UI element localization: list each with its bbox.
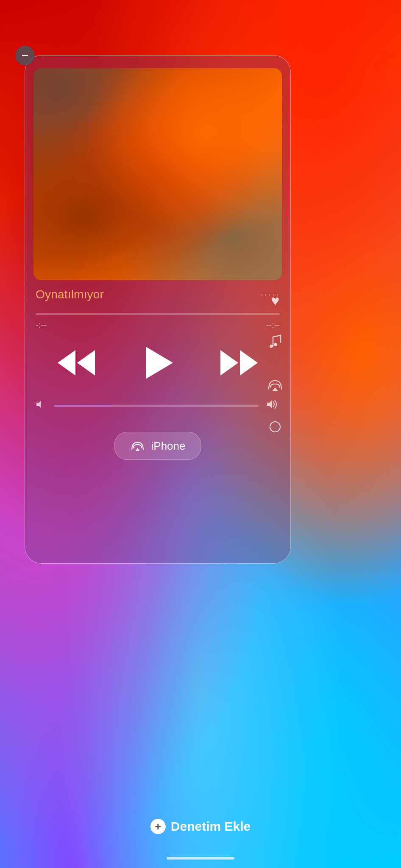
add-control-label: Denetim Ekle: [171, 819, 251, 834]
svg-marker-2: [136, 448, 140, 451]
time-labels-row: -:-- --:--: [36, 320, 280, 330]
album-art-image: [33, 68, 282, 280]
airplay-icon: [130, 438, 145, 453]
right-side-icons: ♥: [268, 292, 282, 436]
rewind-icon: [58, 350, 95, 376]
airplay-device-name: iPhone: [151, 440, 186, 453]
airplay-button[interactable]: iPhone: [114, 432, 201, 460]
track-title: Oynatılmıyor: [36, 288, 104, 301]
time-elapsed: -:--: [36, 320, 47, 330]
circle-icon[interactable]: [269, 420, 281, 436]
svg-marker-3: [273, 387, 278, 391]
rewind-button[interactable]: [58, 350, 95, 376]
home-bar: [167, 857, 234, 860]
fast-forward-button[interactable]: [220, 350, 258, 376]
fast-forward-icon: [220, 350, 258, 376]
like-icon[interactable]: ♥: [271, 292, 279, 309]
play-icon: [146, 347, 173, 379]
album-art: [33, 68, 282, 280]
track-info-row: Oynatılmıyor ·····: [36, 288, 280, 301]
svg-point-4: [270, 422, 280, 432]
volume-low-icon: [36, 399, 47, 413]
add-control-button[interactable]: + Denetim Ekle: [150, 819, 251, 834]
volume-slider[interactable]: [54, 405, 259, 407]
svg-marker-0: [36, 401, 41, 408]
music-note-icon[interactable]: [269, 334, 281, 352]
volume-fill: [54, 405, 111, 407]
remove-widget-button[interactable]: −: [15, 46, 35, 65]
volume-row: [36, 399, 280, 413]
music-widget-card: Oynatılmıyor ····· -:-- --:--: [25, 55, 291, 564]
playback-controls: [36, 344, 280, 382]
music-widget-container: − Oynatılmıyor ····· -:-- --:--: [25, 55, 291, 564]
play-button[interactable]: [139, 344, 177, 382]
plus-icon: +: [150, 819, 166, 834]
airplay-small-icon[interactable]: [268, 378, 282, 394]
progress-bar-track[interactable]: [36, 313, 280, 315]
